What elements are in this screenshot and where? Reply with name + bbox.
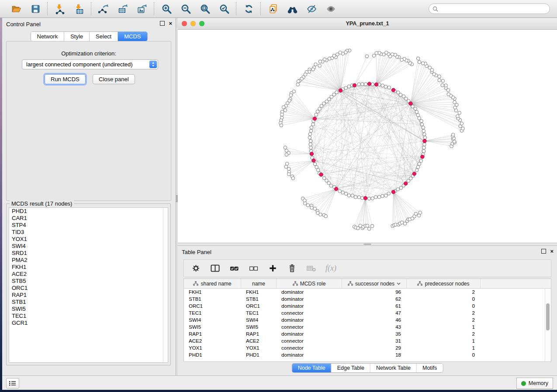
table-row[interactable]: ORC1ORC1dominator610 bbox=[184, 303, 551, 309]
save-session-button[interactable] bbox=[29, 3, 42, 15]
cell-shared-name: YOX1 bbox=[184, 345, 241, 351]
zoom-selected-button[interactable] bbox=[218, 3, 230, 15]
export-network-button[interactable] bbox=[97, 3, 110, 15]
save-session-icon bbox=[30, 3, 41, 14]
memory-button[interactable]: Memory bbox=[516, 378, 553, 389]
close-panel-button[interactable]: Close panel bbox=[93, 74, 135, 84]
create-new-column-button[interactable] bbox=[268, 263, 278, 273]
network-graph bbox=[178, 30, 557, 243]
mcds-result-item[interactable]: TID3 bbox=[9, 229, 168, 236]
table-row[interactable]: FKH1FKH1dominator962 bbox=[184, 289, 551, 296]
hide-selected-button[interactable] bbox=[305, 3, 318, 15]
table-scrollbar-thumb[interactable] bbox=[546, 303, 550, 330]
cell-shared-name: STB1 bbox=[184, 296, 241, 302]
mcds-result-item[interactable]: RAP1 bbox=[9, 292, 168, 299]
mcds-result-item[interactable]: ORC1 bbox=[9, 285, 168, 292]
cell-predecessor-nodes: 0 bbox=[407, 303, 481, 309]
memory-label: Memory bbox=[529, 380, 548, 386]
table-settings-button[interactable] bbox=[191, 263, 201, 273]
deselect-all-checkboxes-button[interactable] bbox=[249, 263, 259, 273]
toggle-panel-columns-button[interactable] bbox=[210, 263, 220, 273]
zoom-out-button[interactable] bbox=[180, 3, 192, 15]
search-box[interactable] bbox=[429, 3, 550, 14]
import-network-button[interactable] bbox=[54, 3, 66, 15]
mcds-result-item[interactable]: GCR1 bbox=[9, 320, 168, 327]
tab-motifs[interactable]: Motifs bbox=[417, 364, 443, 372]
export-image-button[interactable] bbox=[136, 3, 148, 15]
table-row[interactable]: SWI5SWI5connector431 bbox=[184, 323, 551, 330]
zoom-in-button[interactable] bbox=[160, 3, 173, 15]
open-session-button[interactable] bbox=[10, 3, 22, 15]
column-header-predecessor-nodes[interactable]: predecessor nodes bbox=[407, 279, 481, 288]
zoom-fit-button[interactable] bbox=[199, 3, 211, 15]
delete-columns-button[interactable] bbox=[287, 263, 297, 273]
table-row[interactable]: ACE2ACE2connector311 bbox=[184, 337, 551, 344]
maximize-window-icon[interactable] bbox=[199, 21, 204, 26]
mcds-result-item[interactable]: STB5 bbox=[9, 278, 168, 285]
close-table-panel-icon[interactable]: × bbox=[550, 249, 554, 253]
network-view-window: YPA_prune.txt_1 bbox=[178, 18, 557, 243]
minimize-window-icon[interactable] bbox=[190, 21, 196, 26]
zoom-selected-icon bbox=[219, 3, 230, 14]
close-panel-icon[interactable]: × bbox=[169, 21, 172, 25]
table-row[interactable]: PHD1PHD1dominator180 bbox=[184, 351, 551, 358]
export-table-button[interactable] bbox=[117, 3, 129, 15]
control-panel: Control Panel × NetworkStyleSelectMCDS O… bbox=[2, 18, 176, 375]
cell-shared-name: SWI5 bbox=[184, 324, 241, 330]
mcds-result-item[interactable]: PMA2 bbox=[9, 257, 168, 264]
tab-style[interactable]: Style bbox=[64, 32, 90, 41]
tab-edge-table[interactable]: Edge Table bbox=[332, 364, 370, 372]
mcds-result-item[interactable]: STP4 bbox=[9, 222, 168, 229]
mcds-list-scrollbar[interactable] bbox=[163, 208, 168, 362]
table-row[interactable]: RAP1RAP1dominator352 bbox=[184, 330, 551, 337]
tab-mcds[interactable]: MCDS bbox=[118, 32, 147, 41]
column-header-name[interactable]: name bbox=[241, 279, 277, 288]
table-row[interactable]: SWI4SWI4dominator462 bbox=[184, 316, 551, 323]
control-panel-tabs: NetworkStyleSelectMCDS bbox=[30, 31, 147, 41]
mcds-result-item[interactable]: PHD1 bbox=[9, 208, 168, 215]
cell-mcds-role: dominator bbox=[277, 303, 342, 309]
close-window-icon[interactable] bbox=[182, 21, 187, 26]
tab-select[interactable]: Select bbox=[90, 32, 118, 41]
show-hidden-icon bbox=[325, 3, 336, 14]
mcds-result-item[interactable]: CAR1 bbox=[9, 215, 168, 222]
column-header-shared-name[interactable]: shared name bbox=[184, 279, 241, 288]
mcds-result-item[interactable]: SRD1 bbox=[9, 250, 168, 257]
mcds-result-item[interactable]: ACE2 bbox=[9, 271, 168, 278]
tab-network[interactable]: Network bbox=[31, 32, 64, 41]
network-window-titlebar[interactable]: YPA_prune.txt_1 bbox=[178, 18, 557, 30]
mcds-result-item[interactable]: YOX1 bbox=[9, 236, 168, 243]
tab-network-table[interactable]: Network Table bbox=[370, 364, 417, 372]
network-canvas[interactable] bbox=[178, 30, 557, 243]
import-table-button[interactable] bbox=[73, 3, 85, 15]
cell-name: SWI4 bbox=[241, 317, 277, 323]
mcds-result-item[interactable]: FKH1 bbox=[9, 264, 168, 271]
search-input[interactable] bbox=[440, 5, 546, 12]
search-network-button[interactable] bbox=[286, 3, 298, 15]
select-all-checkboxes-button[interactable] bbox=[229, 263, 239, 273]
run-mcds-button[interactable]: Run MCDS bbox=[45, 74, 86, 84]
cell-successor-nodes: 18 bbox=[342, 352, 407, 358]
mcds-result-item[interactable]: STB1 bbox=[9, 299, 168, 306]
column-label: successor nodes bbox=[355, 281, 394, 287]
mcds-tab-content: Optimization criterion: largest connecte… bbox=[6, 41, 171, 201]
float-panel-icon[interactable] bbox=[160, 21, 165, 26]
float-table-panel-icon[interactable] bbox=[541, 249, 546, 254]
tab-node-table[interactable]: Node Table bbox=[292, 364, 332, 372]
column-header-MCDS-role[interactable]: MCDS role bbox=[277, 279, 342, 288]
table-row[interactable]: STB1STB1dominator620 bbox=[184, 296, 551, 303]
optimization-criterion-select[interactable]: largest connected component (undirected)… bbox=[22, 59, 158, 69]
mcds-result-groupbox: MCDS result (17 nodes) PHD1CAR1STP4TID3Y… bbox=[6, 203, 171, 365]
mcds-result-item[interactable]: SWI5 bbox=[9, 306, 168, 313]
mcds-result-item[interactable]: SWI4 bbox=[9, 243, 168, 250]
refresh-button[interactable] bbox=[242, 3, 255, 15]
column-header-successor-nodes[interactable]: successor nodes bbox=[342, 279, 407, 288]
show-hidden-button[interactable] bbox=[325, 3, 337, 15]
clone-network-button[interactable] bbox=[267, 3, 279, 15]
table-row[interactable]: YOX1YOX1connector291 bbox=[184, 344, 551, 351]
status-menu-button[interactable] bbox=[6, 378, 19, 389]
horizontal-splitter-handle[interactable] bbox=[363, 244, 371, 245]
cell-predecessor-nodes: 2 bbox=[407, 289, 481, 295]
mcds-result-item[interactable]: TEC1 bbox=[9, 313, 168, 320]
table-row[interactable]: TEC1TEC1connector472 bbox=[184, 309, 551, 316]
